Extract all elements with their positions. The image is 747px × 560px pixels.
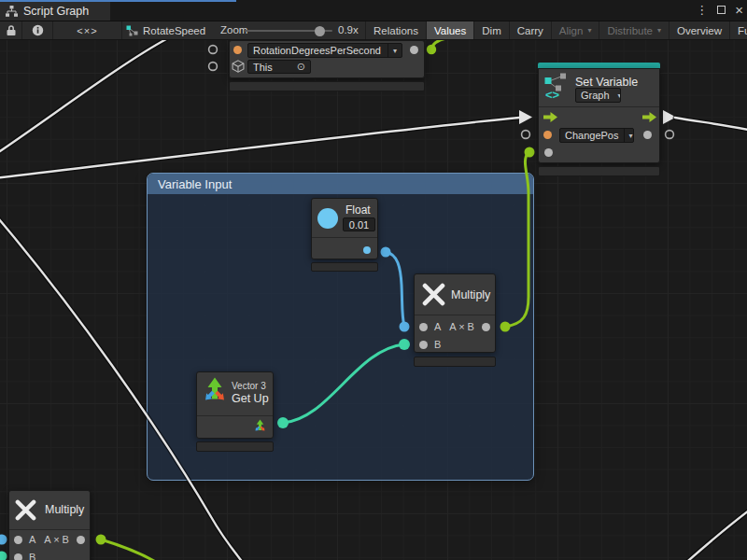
node-set-variable-footer xyxy=(538,166,660,176)
port-new-value[interactable] xyxy=(544,148,553,157)
node-float-footer xyxy=(311,262,378,272)
zoom-label: Zoom xyxy=(220,24,247,35)
unity-visual-scripting-window: Script Graph ⋮ × <×> RotateSpeed xyxy=(0,0,747,560)
port-a[interactable] xyxy=(14,536,22,544)
dim-button[interactable]: Dim xyxy=(473,21,508,39)
node-multiply-group[interactable]: Multiply A A × B B xyxy=(414,273,496,353)
graph-breadcrumb[interactable]: RotateSpeed xyxy=(126,21,205,39)
window-controls: ⋮ × xyxy=(696,0,743,21)
port-result[interactable] xyxy=(77,536,85,544)
multiply-icon xyxy=(15,499,36,521)
fullscreen-button[interactable]: Full Screen xyxy=(729,21,747,39)
group-header[interactable]: Variable Input xyxy=(148,174,533,194)
svg-text:<>: <> xyxy=(545,88,560,101)
node-vector3-footer xyxy=(196,441,274,452)
values-button[interactable]: Values xyxy=(426,21,473,39)
port-b[interactable] xyxy=(14,553,22,560)
port-float-out[interactable] xyxy=(363,246,371,254)
graph-asset-icon xyxy=(126,25,138,36)
info-icon xyxy=(32,24,44,36)
zoom-slider-track[interactable] xyxy=(245,30,332,32)
window-close-icon[interactable]: × xyxy=(735,0,743,21)
variable-name-dropdown[interactable]: RotationDegreesPerSecond ▾ xyxy=(247,43,402,58)
flow-in-port[interactable] xyxy=(543,112,557,122)
node-title: Multiply xyxy=(451,288,490,301)
overview-button[interactable]: Overview xyxy=(669,21,729,39)
variable-scope-dropdown[interactable]: Graph ▾ xyxy=(575,88,621,103)
toolbar-buttons: Relations Values Dim Carry Align▾ Distri… xyxy=(365,21,747,39)
node-title: Set Variable xyxy=(575,76,638,89)
lock-button[interactable] xyxy=(0,21,22,39)
zoom-value: 0.9x xyxy=(338,24,359,35)
node-get-variable-footer xyxy=(229,81,425,91)
node-title: Get Up xyxy=(232,392,269,405)
carry-button[interactable]: Carry xyxy=(509,21,551,39)
tab-script-graph[interactable]: Script Graph xyxy=(0,2,110,21)
node-multiply-group-footer xyxy=(414,357,496,367)
set-variable-icon: <> xyxy=(544,72,570,101)
tab-title: Script Graph xyxy=(23,5,89,18)
lock-icon xyxy=(6,24,17,36)
distribute-dropdown[interactable]: Distribute▾ xyxy=(599,21,669,39)
node-float[interactable]: Float 0.01 xyxy=(311,198,378,259)
float-value-input[interactable]: 0.01 xyxy=(343,217,375,231)
code-brackets-icon: <×> xyxy=(77,25,97,36)
script-graph-icon xyxy=(6,6,18,17)
port-row-a: A A × B xyxy=(14,531,90,548)
cube-icon xyxy=(232,60,245,73)
info-button[interactable] xyxy=(22,21,53,39)
window-menu-icon[interactable]: ⋮ xyxy=(696,0,708,21)
chevron-down-icon: ▾ xyxy=(624,129,635,142)
port-value-out[interactable] xyxy=(410,46,418,54)
port-row-b: B xyxy=(419,336,495,353)
graph-name-label: RotateSpeed xyxy=(143,25,205,36)
chevron-down-icon: ▾ xyxy=(587,26,591,35)
node-title: Float xyxy=(345,203,371,217)
graph-toolbar: <×> RotateSpeed Zoom 0.9x Relations Valu… xyxy=(0,21,747,40)
port-row-b: B xyxy=(14,549,90,560)
port-result[interactable] xyxy=(482,323,490,331)
node-title: Multiply xyxy=(45,503,84,516)
window-maximize-icon[interactable] xyxy=(717,0,726,21)
relations-button[interactable]: Relations xyxy=(365,21,426,39)
chevron-down-icon: ▾ xyxy=(657,26,661,35)
code-preview-button[interactable]: <×> xyxy=(53,21,122,39)
align-dropdown[interactable]: Align▾ xyxy=(551,21,599,39)
set-variable-name-dropdown[interactable]: ChangePos ▾ xyxy=(559,128,634,143)
target-field[interactable]: This ⊙ xyxy=(247,60,311,74)
port-variable-name[interactable] xyxy=(233,46,242,54)
multiply-icon xyxy=(422,283,445,306)
port-variable-name[interactable] xyxy=(543,131,552,139)
port-vector3-out[interactable] xyxy=(253,419,267,434)
flow-out-port[interactable] xyxy=(642,112,656,122)
port-b[interactable] xyxy=(419,341,428,349)
zoom-slider-handle[interactable] xyxy=(315,26,325,36)
node-multiply-bottom[interactable]: Multiply A A × B B xyxy=(8,490,91,560)
node-set-variable[interactable]: <> Set Variable Graph ▾ ChangePos ▾ xyxy=(538,68,660,163)
tab-bar: Script Graph ⋮ × xyxy=(0,0,747,21)
group-title: Variable Input xyxy=(158,177,232,191)
node-get-variable[interactable]: RotationDegreesPerSecond ▾ This ⊙ xyxy=(229,40,425,78)
port-value-in[interactable] xyxy=(643,131,652,139)
port-a[interactable] xyxy=(419,323,428,331)
vector3-icon xyxy=(201,376,229,407)
float-type-icon xyxy=(317,208,338,229)
object-picker-icon[interactable]: ⊙ xyxy=(297,61,305,73)
node-type-label: Vector 3 xyxy=(232,381,266,391)
node-vector3-get-up[interactable]: Vector 3 Get Up xyxy=(196,371,274,439)
chevron-down-icon: ▾ xyxy=(388,44,402,57)
port-row-a: A A × B xyxy=(419,318,495,335)
chevron-down-icon: ▾ xyxy=(614,89,621,102)
